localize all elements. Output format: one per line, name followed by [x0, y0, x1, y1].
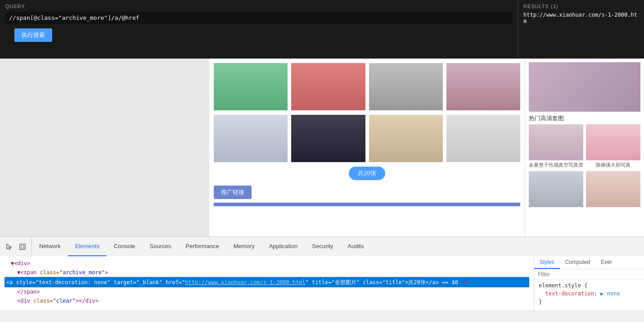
styles-tab-event-label: Ever [601, 259, 612, 265]
results-section: RESULTS (1) http://www.xiaohuar.com/s-1-… [518, 0, 644, 59]
dom-tag-span-end: </span> [17, 289, 40, 295]
styles-panel: Styles Computed Ever Filter element.styl… [534, 256, 644, 310]
tab-console-label: Console [114, 243, 135, 249]
tab-console[interactable]: Console [107, 237, 143, 256]
styles-tab-styles-label: Styles [540, 259, 554, 265]
image-2 [291, 63, 365, 110]
arrow-indicator: ← [464, 278, 468, 286]
dom-line-2: ▼<span class="archive_more"> [5, 268, 529, 277]
styles-tab-computed[interactable]: Computed [560, 256, 595, 269]
query-section: QUERY //span[@class="archive_more"]/a/@h… [0, 0, 518, 59]
tab-performance[interactable]: Performance [178, 237, 226, 256]
style-rule-2: text-decoration: ▶ none [539, 290, 639, 297]
results-label: RESULTS (1) [523, 4, 639, 9]
tab-sources-label: Sources [150, 243, 171, 249]
dom-panel: ▼<div> ▼<span class="archive_more"> <a s… [0, 256, 644, 310]
dom-attr-class-clear-val: "clear" [53, 298, 76, 304]
image-cell-3[interactable] [369, 63, 443, 110]
image-cell-4[interactable] [446, 63, 520, 110]
image-grid-row2 [214, 115, 520, 162]
dom-line-4: </span> [5, 287, 529, 296]
left-panel [0, 59, 209, 236]
image-1 [214, 63, 288, 110]
dom-line-3-selected[interactable]: <a style="text-decoration: none" target=… [5, 277, 529, 287]
search-btn-area: 执行搜索 [5, 28, 512, 42]
styles-content: element.style { text-decoration: ▶ none … [534, 280, 644, 309]
tab-network[interactable]: Network [32, 237, 68, 256]
query-label: QUERY [5, 4, 512, 9]
tab-memory[interactable]: Memory [226, 237, 262, 256]
query-value: //span[@class="archive_more"]/a/@href [5, 12, 512, 24]
sidebar-image-1[interactable] [529, 124, 583, 160]
tab-security[interactable]: Security [305, 237, 340, 256]
tab-elements[interactable]: Elements [68, 237, 107, 256]
style-rule-element: element.style { [539, 282, 587, 289]
tab-performance-label: Performance [185, 243, 219, 249]
sidebar-img-label-1: 金夏慧子性感真空写真资 [529, 162, 583, 168]
dom-attr-class: class= [40, 269, 59, 276]
dom-tag-span-close: > [105, 269, 108, 276]
styles-filter: Filter [534, 269, 644, 280]
image-cell-8[interactable] [446, 115, 520, 162]
image-cell-5[interactable] [214, 115, 288, 162]
styles-tabs: Styles Computed Ever [534, 256, 644, 269]
image-8 [446, 115, 520, 162]
tab-security-label: Security [312, 243, 333, 249]
image-cell-6[interactable] [291, 115, 365, 162]
tab-audits-label: Audits [347, 243, 364, 249]
styles-tab-styles[interactable]: Styles [534, 256, 560, 269]
pagination-button[interactable]: 共20张 [349, 167, 385, 180]
sidebar-image-3[interactable] [529, 171, 583, 207]
style-prop-text-decoration: text-decoration [545, 290, 594, 297]
image-cell-2[interactable] [291, 63, 365, 110]
style-val-none: ▶ none [600, 290, 620, 297]
search-button[interactable]: 执行搜索 [14, 28, 52, 42]
styles-tab-computed-label: Computed [565, 259, 590, 265]
image-cell-1[interactable] [214, 63, 288, 110]
dom-attr-class-val: "archive_more" [59, 269, 105, 276]
dom-line-1: ▼<div> [5, 259, 529, 268]
svg-rect-0 [20, 244, 25, 249]
devtools-icons [0, 237, 32, 256]
styles-tab-event[interactable]: Ever [595, 256, 617, 269]
image-4 [446, 63, 520, 110]
tab-audits[interactable]: Audits [340, 237, 371, 256]
sidebar-img-group-2: 陈柳溪大胆写真 [586, 124, 640, 168]
sidebar-img-group-1: 金夏慧子性感真空写真资 [529, 124, 583, 168]
svg-rect-1 [21, 245, 24, 248]
image-cell-7[interactable] [369, 115, 443, 162]
style-colon: : [594, 290, 600, 297]
style-rule-1: element.style { [539, 282, 639, 289]
sidebar-images: 金夏慧子性感真空写真资 陈柳溪大胆写真 [529, 124, 640, 207]
promo-link-button[interactable]: 推广链接 [214, 186, 252, 199]
dom-tag-div-clear-close: ></div> [76, 298, 99, 304]
dom-selected-text: <a style="text-decoration: none" target=… [6, 279, 458, 286]
tab-sources[interactable]: Sources [143, 237, 179, 256]
dom-attr-class-clear: class= [33, 298, 53, 304]
dom-tree: ▼<div> ▼<span class="archive_more"> <a s… [0, 256, 534, 310]
filter-label: Filter [538, 271, 550, 277]
sidebar-top-image [529, 62, 640, 112]
image-7 [369, 115, 443, 162]
tab-memory-label: Memory [234, 243, 255, 249]
style-rule-close: } [539, 299, 639, 305]
sidebar-image-2[interactable] [586, 124, 640, 160]
cursor-icon[interactable] [4, 241, 14, 252]
tab-elements-label: Elements [75, 243, 99, 249]
right-sidebar: 热门高清套图 金夏慧子性感真空写真资 陈柳溪大胆写真 [525, 59, 644, 236]
tab-application-label: Application [269, 243, 298, 249]
image-3 [369, 63, 443, 110]
inspect-icon[interactable] [17, 241, 28, 252]
tab-application[interactable]: Application [262, 237, 305, 256]
image-6 [291, 115, 365, 162]
dom-tag-span: ▼<span [17, 269, 40, 276]
sidebar-img-group-4 [586, 171, 640, 207]
sidebar-img-label-2: 陈柳溪大胆写真 [586, 162, 640, 168]
dom-tag-div: ▼<div> [11, 260, 30, 267]
sidebar-image-4[interactable] [586, 171, 640, 207]
image-grid-area: 共20张 推广链接 [209, 59, 525, 236]
results-value: http://www.xiaohuar.com/s-1-2000.htm [523, 12, 639, 24]
sidebar-img-group-3 [529, 171, 583, 207]
image-5 [214, 115, 288, 162]
sidebar-section-title: 热门高清套图 [529, 114, 640, 122]
